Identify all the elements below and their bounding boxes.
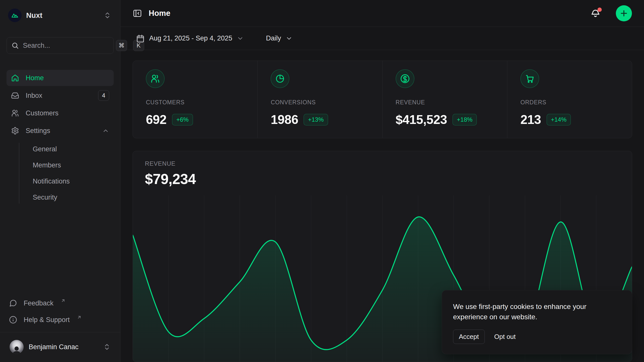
avatar [10, 340, 24, 354]
sidebar-item-label: Settings [26, 127, 50, 135]
stat-value: 692 [146, 112, 167, 127]
date-range-picker[interactable]: Aug 21, 2025 - Sep 4, 2025 [133, 31, 247, 46]
shopping-cart-icon [520, 69, 539, 88]
stat-conversions[interactable]: CONVERSIONS 1986 +13% [257, 61, 382, 138]
opt-out-button[interactable]: Opt out [493, 330, 517, 344]
date-range-label: Aug 21, 2025 - Sep 4, 2025 [149, 34, 232, 42]
sidebar-nav: Home Inbox 4 Customers Settings [7, 70, 114, 205]
sidebar-footer: Feedback Help & Support [7, 295, 114, 332]
feedback-link[interactable]: Feedback [7, 295, 114, 311]
inbox-unread-badge: 4 [98, 90, 109, 101]
stat-delta-badge: +6% [172, 114, 193, 125]
stat-customers[interactable]: CUSTOMERS 692 +6% [133, 61, 257, 138]
revenue-chart-value: $79,234 [145, 171, 620, 187]
stat-value: 213 [520, 112, 541, 127]
info-circle-icon [9, 316, 17, 324]
help-support-link[interactable]: Help & Support [7, 312, 114, 328]
filters-toolbar: Aug 21, 2025 - Sep 4, 2025 Daily [120, 27, 644, 50]
sidebar-item-label: Customers [26, 109, 59, 117]
chevron-up-icon [102, 127, 109, 134]
sidebar-item-settings[interactable]: Settings [7, 123, 114, 139]
subnav-label: Members [33, 161, 61, 169]
nuxt-logo-icon [8, 9, 22, 22]
collapse-sidebar-icon[interactable] [133, 9, 142, 18]
subnav-label: General [33, 145, 57, 153]
search-input-wrap[interactable]: ⌘ K [7, 37, 114, 54]
chevron-down-icon [286, 35, 293, 42]
stat-delta-badge: +14% [547, 114, 571, 125]
sidebar-item-customers[interactable]: Customers [7, 105, 114, 121]
stat-orders[interactable]: ORDERS 213 +14% [507, 61, 632, 138]
sidebar-item-members[interactable]: Members [33, 157, 114, 173]
sidebar-item-notifications[interactable]: Notifications [33, 173, 114, 189]
external-link-icon [61, 298, 66, 303]
add-button[interactable] [616, 5, 632, 21]
stat-label: CONVERSIONS [271, 99, 372, 106]
home-icon [11, 74, 19, 82]
subnav-label: Security [33, 194, 57, 201]
sidebar-item-label: Home [26, 74, 44, 82]
chevron-down-icon [237, 35, 244, 42]
stat-label: CUSTOMERS [146, 99, 247, 106]
workspace-name: Nuxt [26, 11, 99, 20]
stats-card: CUSTOMERS 692 +6% CONVERSIONS 1986 +13% [133, 61, 632, 138]
page-header: Home [120, 0, 644, 27]
stat-value: 1986 [271, 112, 298, 127]
cookie-message: We use first-party cookies to enhance yo… [453, 301, 604, 322]
stat-delta-badge: +13% [304, 114, 328, 125]
stat-value: $415,523 [396, 112, 447, 127]
search-input[interactable] [23, 42, 112, 50]
revenue-chart-label: REVENUE [145, 160, 620, 167]
user-menu[interactable]: Benjamin Canac [7, 337, 114, 356]
workspace-switcher[interactable]: Nuxt [7, 7, 114, 24]
pie-chart-icon [271, 69, 289, 88]
stat-revenue[interactable]: REVENUE $415,523 +18% [382, 61, 507, 138]
users-icon [146, 69, 165, 88]
sidebar: Nuxt ⌘ K Home Inbox 4 [0, 0, 120, 362]
message-bubble-icon [9, 299, 17, 307]
sidebar-item-inbox[interactable]: Inbox 4 [7, 87, 114, 104]
gear-icon [11, 127, 19, 135]
stat-label: ORDERS [520, 99, 622, 106]
sidebar-item-general[interactable]: General [33, 141, 114, 157]
sidebar-item-security[interactable]: Security [33, 190, 114, 205]
notification-dot [597, 8, 602, 12]
stat-label: REVENUE [396, 99, 497, 106]
main-area: Home Aug 21, 2025 - Sep 4, 2025 Daily [120, 0, 644, 362]
help-support-label: Help & Support [24, 316, 70, 324]
calendar-icon [136, 34, 145, 43]
granularity-select[interactable]: Daily [262, 31, 296, 45]
stat-delta-badge: +18% [453, 114, 477, 125]
accept-button[interactable]: Accept [453, 330, 485, 344]
inbox-icon [11, 92, 19, 100]
external-link-icon [77, 315, 82, 320]
settings-subnav: General Members Notifications Security [7, 141, 114, 205]
circle-dollar-icon [396, 69, 414, 88]
feedback-label: Feedback [24, 299, 54, 307]
notifications-bell-button[interactable] [590, 8, 601, 19]
chevrons-up-down-icon [104, 12, 111, 19]
user-section: Benjamin Canac [0, 332, 120, 362]
sidebar-item-label: Inbox [26, 92, 42, 100]
page-title: Home [149, 9, 584, 18]
users-icon [11, 109, 19, 117]
granularity-label: Daily [266, 34, 281, 42]
subnav-label: Notifications [33, 177, 70, 185]
chevrons-up-down-icon [103, 343, 111, 351]
user-name: Benjamin Canac [29, 343, 98, 351]
sidebar-item-home[interactable]: Home [7, 70, 114, 86]
cookie-banner: We use first-party cookies to enhance yo… [442, 290, 632, 354]
search-icon [11, 42, 19, 49]
